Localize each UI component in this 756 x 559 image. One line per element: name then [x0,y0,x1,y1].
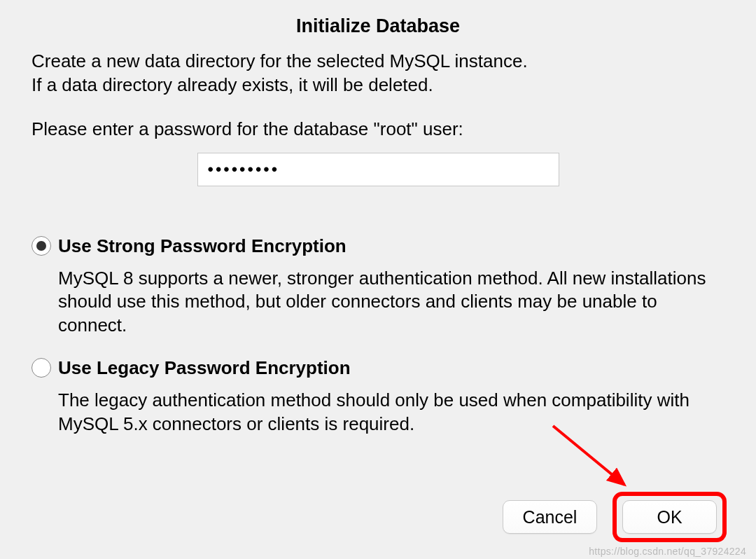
watermark-text: https://blog.csdn.net/qq_37924224 [589,546,746,557]
password-row [31,153,724,186]
option-header: Use Legacy Password Encryption [31,357,724,379]
encryption-options: Use Strong Password Encryption MySQL 8 s… [31,235,724,436]
root-password-input[interactable] [197,153,559,186]
description-line-1: Create a new data directory for the sele… [31,50,528,71]
option-strong-label: Use Strong Password Encryption [58,235,346,257]
dialog-title: Initialize Database [31,15,724,37]
annotation-highlight-box: OK [612,492,727,542]
option-legacy-label: Use Legacy Password Encryption [58,357,351,379]
option-header: Use Strong Password Encryption [31,235,724,257]
radio-strong-encryption[interactable] [31,236,51,256]
description-line-2: If a data directory already exists, it w… [31,74,433,95]
cancel-button[interactable]: Cancel [503,500,597,534]
dialog-description: Create a new data directory for the sele… [31,50,724,97]
option-strong-description: MySQL 8 supports a newer, stronger authe… [58,267,724,338]
option-legacy-description: The legacy authentication method should … [58,389,724,436]
password-prompt: Please enter a password for the database… [31,118,724,140]
radio-legacy-encryption[interactable] [31,358,51,378]
initialize-database-dialog: Initialize Database Create a new data di… [0,0,756,478]
dialog-footer: Cancel OK [503,492,727,542]
option-strong-encryption[interactable]: Use Strong Password Encryption MySQL 8 s… [31,235,724,338]
option-legacy-encryption[interactable]: Use Legacy Password Encryption The legac… [31,357,724,436]
ok-button[interactable]: OK [622,500,717,534]
